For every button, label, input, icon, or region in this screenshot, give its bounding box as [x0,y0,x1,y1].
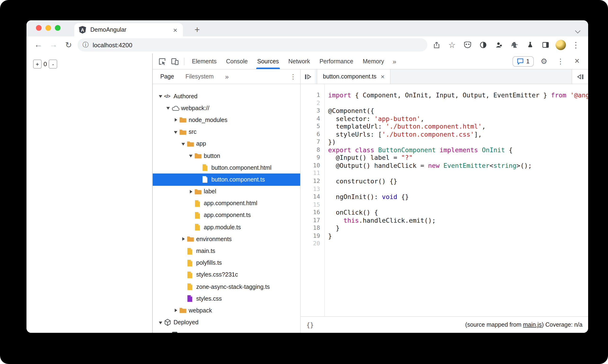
tree-item-main-ts[interactable]: main.ts [153,245,300,257]
tree-item-environments[interactable]: environments [153,233,300,245]
nav-tab-page[interactable]: Page [158,73,176,80]
expander-open-icon[interactable] [156,320,164,325]
code-area[interactable]: 1import { Component, OnInit, Input, Outp… [301,84,588,316]
code-line-19[interactable]: 19} [301,232,588,240]
tree-item-src[interactable]: src [153,126,300,138]
tab-memory[interactable]: Memory [358,53,389,69]
editor-tab-button-component-ts[interactable]: button.component.ts × [317,69,391,84]
tab-sources[interactable]: Sources [252,53,284,69]
devtools-menu-kebab-icon[interactable]: ⋮ [554,55,567,67]
nav-tab-filesystem[interactable]: Filesystem [183,73,215,80]
devtools-close-icon[interactable]: × [571,55,583,67]
code-line-8[interactable]: 8export class ButtonComponent implements… [301,146,588,154]
code-line-9[interactable]: 9 @Input() label = "?" [301,154,588,162]
code-line-11[interactable]: 11 [301,169,588,177]
back-icon[interactable]: ← [32,39,44,51]
tab-elements[interactable]: Elements [187,53,221,69]
line-number[interactable]: 6 [301,130,324,138]
extension-contrast-icon[interactable] [478,39,489,51]
extension-flask-icon[interactable] [524,39,536,51]
inspect-element-icon[interactable] [155,55,168,67]
extensions-puzzle-icon[interactable] [509,39,520,51]
line-number[interactable]: 17 [301,217,324,224]
tree-item-app-component-html[interactable]: app.component.html [153,197,300,209]
tree-item-polyfills-ts[interactable]: polyfills.ts [153,257,300,269]
increment-button[interactable]: + [33,60,42,68]
code-line-17[interactable]: 17 this.handleClick.emit(); [301,217,588,224]
expander-closed-icon[interactable] [179,237,187,241]
side-panel-icon[interactable] [540,39,551,51]
tree-item-node-modules[interactable]: node_modules [153,114,300,126]
share-icon[interactable] [431,39,442,51]
tree-item-styles-css-231c[interactable]: styles.css?231c [153,269,300,281]
settings-gear-icon[interactable]: ⚙ [538,55,550,67]
nav-more-chevron[interactable]: » [225,73,229,80]
line-number[interactable]: 7 [301,138,324,146]
hide-navigator-icon[interactable] [301,69,315,84]
code-line-20[interactable]: 20 [301,240,588,248]
tree-item-authored[interactable]: </>Authored [153,90,300,102]
tree-item-webpack[interactable]: webpack [153,305,300,316]
forward-icon[interactable]: → [47,39,60,51]
line-number[interactable]: 9 [301,154,324,162]
expander-open-icon[interactable] [187,154,194,158]
line-number[interactable]: 3 [301,107,324,115]
code-line-18[interactable]: 18 } [301,224,588,232]
code-line-13[interactable]: 13 [301,185,588,193]
extension-mask-icon[interactable] [462,39,473,51]
tree-item-styles-css[interactable]: styles.css [153,293,300,304]
code-line-6[interactable]: 6 styleUrls: ['./button.component.css'], [301,130,588,138]
line-number[interactable]: 13 [301,185,324,193]
expander-open-icon[interactable] [172,130,179,134]
extension-profile-lock-icon[interactable] [493,39,505,51]
expander-open-icon[interactable] [156,94,164,98]
line-number[interactable]: 1 [301,91,324,99]
zoom-window-button[interactable] [55,25,61,31]
minimize-window-button[interactable] [45,25,51,31]
line-number[interactable]: 4 [301,115,324,122]
tree-item-button-component-html[interactable]: button.component.html [153,162,300,173]
tree-item-app[interactable]: app [153,138,300,150]
show-sidebar-icon[interactable] [572,69,588,84]
reload-icon[interactable]: ↻ [62,39,75,51]
code-line-15[interactable]: 15 [301,201,588,208]
device-toolbar-icon[interactable] [168,55,181,67]
new-tab-button[interactable]: + [191,23,204,36]
decrement-button[interactable]: - [49,60,57,68]
line-number[interactable]: 10 [301,162,324,169]
code-line-16[interactable]: 16 onClick() { [301,208,588,216]
main-js-link[interactable]: main.js [523,322,542,328]
line-number[interactable]: 14 [301,193,324,201]
code-line-4[interactable]: 4 selector: 'app-button', [301,115,588,122]
code-line-7[interactable]: 7}) [301,138,588,146]
tree-item-webpack-[interactable]: webpack:// [153,102,300,114]
browser-menu-kebab-icon[interactable]: ⋮ [570,39,582,51]
pretty-print-button[interactable]: {} [306,321,314,328]
site-info-icon[interactable]: ⓘ [79,39,92,51]
more-tabs-chevron[interactable]: » [389,57,400,65]
code-line-10[interactable]: 10 @Output() handleClick = new EventEmit… [301,162,588,169]
address-bar[interactable]: ⓘ localhost:4200 [78,38,427,52]
tree-item-zone-async-stack-tagging-ts[interactable]: zone-async-stack-tagging.ts [153,281,300,293]
line-number[interactable]: 19 [301,232,324,240]
code-editor[interactable]: 1import { Component, OnInit, Input, Outp… [301,84,588,333]
code-line-3[interactable]: 3@Component({ [301,107,588,115]
tree-item-partial[interactable] [153,328,300,333]
tree-item-label[interactable]: label [153,185,300,197]
code-line-14[interactable]: 14 ngOnInit(): void {} [301,193,588,201]
tab-console[interactable]: Console [221,53,252,69]
code-line-1[interactable]: 1import { Component, OnInit, Input, Outp… [301,91,588,99]
expander-open-icon[interactable] [164,106,172,110]
code-line-5[interactable]: 5 templateUrl: './button.component.html'… [301,122,588,130]
tree-item-button-component-ts[interactable]: button.component.ts [153,174,300,185]
tab-search-chevron-icon[interactable] [576,26,580,35]
expander-closed-icon[interactable] [172,309,179,313]
tab-network[interactable]: Network [284,53,315,69]
line-number[interactable]: 16 [301,208,324,216]
editor-tab-close-icon[interactable]: × [381,73,385,80]
line-number[interactable]: 5 [301,122,324,130]
tree-item-deployed[interactable]: Deployed [153,316,300,328]
line-number[interactable]: 12 [301,177,324,185]
tree-item-app-module-ts[interactable]: app.module.ts [153,221,300,233]
bookmark-star-icon[interactable]: ☆ [446,39,458,51]
